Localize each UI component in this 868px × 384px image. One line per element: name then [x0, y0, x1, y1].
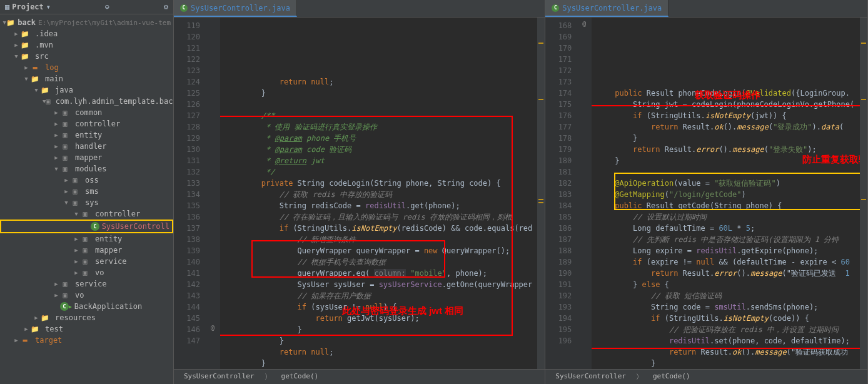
code-line[interactable]: return Result.error().message("验证码已发送 1: [597, 268, 855, 279]
code-line[interactable]: queryWrapper.eq( column: "mobile", phone…: [225, 268, 532, 279]
tree-item-controller[interactable]: ▶▣controller: [0, 118, 173, 129]
expand-icon[interactable]: ▶: [13, 31, 20, 37]
expand-icon[interactable]: ▶: [53, 109, 60, 116]
code-line[interactable]: }: [597, 155, 855, 166]
code-line[interactable]: Long expire = redisUtil.getExpire(phone)…: [597, 245, 855, 256]
expand-icon[interactable]: ▶: [63, 177, 70, 183]
code-line[interactable]: }: [225, 358, 532, 369]
code-line[interactable]: if (StringUtils.isNotEmpty(code)) {: [597, 313, 855, 324]
expand-icon[interactable]: ▶: [23, 64, 30, 71]
code-line[interactable]: return null;: [225, 346, 532, 358]
tree-item-service[interactable]: ▶▣service: [0, 256, 173, 267]
tree-item-java[interactable]: ▼java: [0, 84, 173, 96]
left-tab[interactable]: C SysUserController.java: [174, 0, 297, 17]
expand-icon[interactable]: ▶: [13, 337, 20, 343]
code-line[interactable]: if (expire != null && (defaultTime - exp…: [597, 256, 855, 268]
tree-item-main[interactable]: ▼main: [0, 73, 173, 84]
expand-icon[interactable]: ▶: [53, 281, 60, 287]
expand-icon[interactable]: ▼: [23, 76, 30, 82]
left-code-area[interactable]: 1191201211221231241251261271281291301311…: [174, 18, 545, 369]
tree-item-controller[interactable]: ▼▣controller: [0, 208, 173, 220]
left-scrollmarks[interactable]: [537, 18, 545, 369]
right-scrollmarks[interactable]: [860, 18, 867, 369]
tree-item-sys[interactable]: ▼▣sys: [0, 197, 173, 208]
right-tab[interactable]: C SysUserController.java: [545, 0, 669, 17]
tree-item-src[interactable]: ▼src: [0, 51, 173, 62]
tree-item-entity[interactable]: ▶▣entity: [0, 233, 173, 245]
expand-icon[interactable]: ▶: [23, 326, 30, 332]
code-line[interactable]: if (StringUtils.isNotEmpty(redisCode) &&…: [225, 223, 532, 234]
expand-icon[interactable]: ▶: [33, 315, 40, 321]
expand-icon[interactable]: ▶: [53, 154, 60, 161]
code-line[interactable]: // 存在验证码，且输入的验证码与 redis 存放的验证码相同，则根: [225, 211, 532, 223]
tree-item-entity[interactable]: ▶▣entity: [0, 129, 173, 141]
code-line[interactable]: // 如果存在用户数据: [225, 290, 532, 301]
tree-item-modules[interactable]: ▼▣modules: [0, 163, 173, 174]
tree-item-com-lyh-admin-template-bac[interactable]: ▼▣com.lyh.admin_template.bac: [0, 96, 173, 107]
code-line[interactable]: }: [597, 133, 855, 144]
collapse-icon[interactable]: ⊖: [105, 3, 109, 11]
project-tree[interactable]: ▼ back E:\myProject\myGit\admin-vue-tem …: [0, 14, 173, 384]
code-line[interactable]: redisUtil.set(phone, code, defaultTime);: [597, 335, 855, 346]
code-line[interactable]: @GetMapping("/login/getCode"): [597, 189, 855, 200]
dropdown-icon[interactable]: ▾: [46, 3, 51, 11]
code-line[interactable]: * 使用 验证码进行真实登录操作: [225, 121, 532, 133]
code-line[interactable]: [225, 99, 532, 110]
gear-icon[interactable]: ⚙: [164, 3, 168, 11]
breadcrumb-method[interactable]: getCode(): [278, 371, 323, 382]
code-line[interactable]: return Result.error().message("登录失败");: [597, 144, 855, 155]
left-code[interactable]: 此处与密码登录生成 jwt 相同 return null; } /** * 使用…: [220, 18, 537, 369]
breadcrumb-class[interactable]: SysUserController: [552, 371, 630, 382]
expand-icon[interactable]: ▶: [13, 42, 20, 48]
expand-icon[interactable]: ▶: [53, 143, 60, 149]
code-line[interactable]: if (StringUtils.isNotEmpty(jwt)) {: [597, 110, 855, 121]
expand-icon[interactable]: ▼: [33, 87, 40, 93]
code-line[interactable]: String jwt = codeLogin(phoneCodeLoginVo.…: [597, 99, 855, 110]
tree-item-backapplication[interactable]: C▶BackApplication: [0, 301, 173, 312]
tree-item-vo[interactable]: ▶▣vo: [0, 267, 173, 278]
code-line[interactable]: * @return jwt: [225, 155, 532, 166]
code-line[interactable]: QueryWrapper queryWrapper = new QueryWra…: [225, 245, 532, 256]
expand-icon[interactable]: ▶: [53, 292, 60, 298]
expand-icon[interactable]: ▶: [63, 188, 70, 195]
code-line[interactable]: public Result getCode(String phone) {: [597, 200, 855, 211]
code-line[interactable]: return Result.ok().message("验证码获取成功: [597, 346, 855, 358]
code-line[interactable]: // 设置默认过期时间: [597, 211, 855, 223]
code-line[interactable]: */: [225, 166, 532, 178]
code-line[interactable]: // 先判断 redis 中是否存储过验证码(设置期限为 1 分钟: [597, 234, 855, 245]
code-line[interactable]: @ApiOperation(value = "获取短信验证码"): [597, 178, 855, 189]
tree-item-mapper[interactable]: ▶▣mapper: [0, 152, 173, 163]
code-line[interactable]: String code = smsUtil.sendSms(phone);: [597, 301, 855, 313]
expand-icon[interactable]: ▶: [73, 247, 80, 253]
code-line[interactable]: * @param code 验证码: [225, 144, 532, 155]
code-line[interactable]: * @param phone 手机号: [225, 133, 532, 144]
code-line[interactable]: String redisCode = redisUtil.get(phone);: [225, 200, 532, 211]
expand-icon[interactable]: ▶: [73, 258, 80, 265]
code-line[interactable]: /**: [225, 110, 532, 121]
breadcrumb-method[interactable]: getCode(): [649, 371, 694, 382]
code-line[interactable]: } else {: [597, 279, 855, 290]
code-line[interactable]: // 新增查询条件: [225, 234, 532, 245]
tree-item-resources[interactable]: ▶resources: [0, 312, 173, 323]
code-line[interactable]: return Result.ok().message("登录成功").data(: [597, 121, 855, 133]
right-code-area[interactable]: 1681691701711721731741751761771781791801…: [545, 18, 867, 369]
tree-item-test[interactable]: ▶test: [0, 323, 173, 335]
code-line[interactable]: // 获取 redis 中存放的验证码: [225, 189, 532, 200]
code-line[interactable]: // 获取 短信验证码: [597, 290, 855, 301]
tree-item-vo[interactable]: ▶▣vo: [0, 290, 173, 301]
right-code[interactable]: 获取验证码操作 防止重复获取验证码 public Result phoneCod…: [592, 18, 860, 369]
tree-item-sysusercontroll[interactable]: CSysUserControll: [0, 220, 173, 233]
expand-icon[interactable]: ▼: [13, 53, 20, 59]
code-line[interactable]: public Result phoneCodeLogin(@Validated(…: [597, 88, 855, 99]
code-line[interactable]: // 根据手机号去查询数据: [225, 256, 532, 268]
code-line[interactable]: }: [225, 88, 532, 99]
breadcrumb-class[interactable]: SysUserController: [180, 371, 258, 382]
code-line[interactable]: Long defaultTime = 60L * 5;: [597, 223, 855, 234]
tree-item-service[interactable]: ▶▣service: [0, 278, 173, 290]
code-line[interactable]: }: [225, 335, 532, 346]
expand-icon[interactable]: ▼: [73, 211, 80, 217]
tree-item-target[interactable]: ▶▬target: [0, 335, 173, 346]
expand-icon[interactable]: ▶: [53, 121, 60, 127]
code-line[interactable]: private String codeLogin(String phone, S…: [225, 178, 532, 189]
tree-item-mapper[interactable]: ▶▣mapper: [0, 245, 173, 256]
